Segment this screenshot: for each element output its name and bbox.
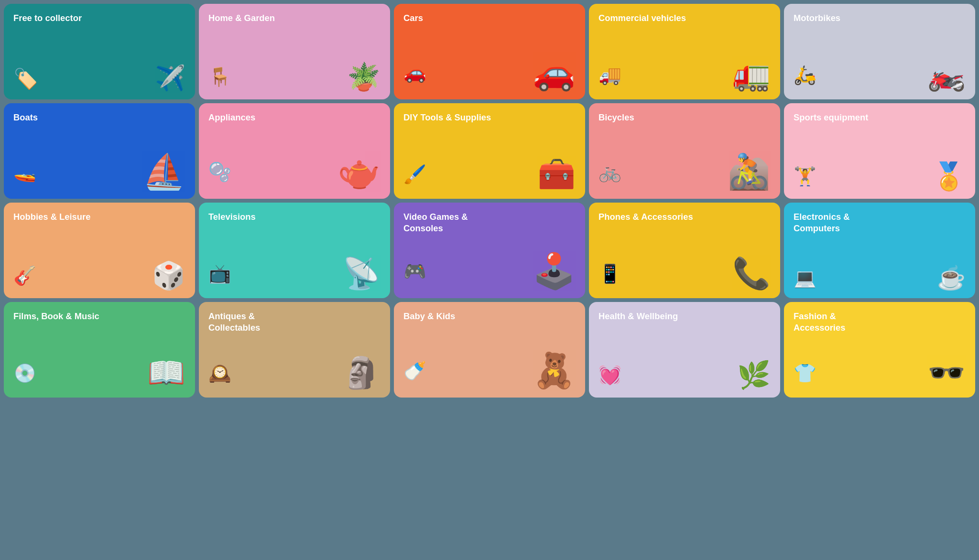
card-televisions[interactable]: Televisions 📺 📡: [199, 203, 390, 298]
clock-icon: 🕰️: [208, 362, 231, 384]
card-title: Hobbies & Leisure: [13, 211, 108, 223]
card-home-garden[interactable]: Home & Garden 🪑 🪴: [199, 4, 390, 99]
card-free-to-collector[interactable]: Free to collector 🏷️ ✈️: [4, 4, 195, 99]
card-electronics-computers[interactable]: Electronics & Computers 💻 ☕: [784, 203, 975, 298]
card-title: Bicycles: [598, 112, 693, 123]
chair-icon: 🪑: [208, 66, 231, 88]
tv-icon: 📺: [208, 263, 231, 285]
book-visual: 📖: [147, 355, 185, 391]
car-icon: 🚗: [403, 62, 426, 84]
card-diy-tools[interactable]: DIY Tools & Supplies 🖌️ 🧰: [394, 103, 585, 199]
car-visual: 🚗: [533, 52, 576, 93]
category-grid: Free to collector 🏷️ ✈️ Home & Garden 🪑 …: [4, 4, 975, 398]
phone-visual: 📞: [732, 256, 771, 291]
card-motorbikes[interactable]: Motorbikes 🛵 🏍️: [784, 4, 975, 99]
laptop-icon: 💻: [794, 267, 816, 289]
card-sports-equipment[interactable]: Sports equipment 🏋️ 🏅: [784, 103, 975, 199]
card-cars[interactable]: Cars 🚗 🚗: [394, 4, 585, 99]
truck-icon: 🚚: [598, 64, 621, 86]
moped-visual: 🏍️: [927, 57, 966, 93]
sailboat-visual: ⛵: [142, 151, 185, 192]
bicycle-icon: 🚲: [598, 161, 621, 183]
truck-visual: 🚛: [732, 57, 771, 93]
heart-icon: 💓: [598, 364, 621, 386]
card-title: Video Games & Consoles: [403, 211, 498, 234]
card-bicycles[interactable]: Bicycles 🚲 🚵: [589, 103, 780, 199]
health-visual: 🌿: [737, 359, 771, 391]
card-appliances[interactable]: Appliances 🫧 🫖: [199, 103, 390, 199]
card-title: Baby & Kids: [403, 311, 498, 322]
card-title: Commercial vehicles: [598, 12, 693, 24]
bicycle-visual: 🚵: [728, 151, 771, 192]
tv-visual: 📡: [342, 256, 381, 291]
card-hobbies-leisure[interactable]: Hobbies & Leisure 🎸 🎲: [4, 203, 195, 298]
kettle-visual: 🫖: [337, 151, 381, 192]
card-health-wellbeing[interactable]: Health & Wellbeing 💓 🌿: [589, 302, 780, 398]
sports-visual: 🏅: [932, 161, 966, 192]
card-title: Electronics & Computers: [794, 211, 888, 234]
card-fashion-accessories[interactable]: Fashion & Accessories 👕 🕶️: [784, 302, 975, 398]
card-title: Films, Book & Music: [13, 311, 108, 322]
card-title: Phones & Accessories: [598, 211, 693, 223]
card-title: Antiques & Collectables: [208, 311, 303, 334]
card-films-book-music[interactable]: Films, Book & Music 💿 📖: [4, 302, 195, 398]
guitar-icon: 🎸: [13, 265, 36, 287]
disc-icon: 💿: [13, 362, 36, 384]
card-title: DIY Tools & Supplies: [403, 112, 498, 123]
paint-brush-icon: 🖌️: [403, 163, 426, 185]
card-video-games[interactable]: Video Games & Consoles 🎮 🕹️: [394, 203, 585, 298]
card-title: Free to collector: [13, 12, 108, 24]
tag-icon: 🏷️: [13, 67, 38, 90]
bear-visual: 🧸: [533, 350, 576, 391]
card-baby-kids[interactable]: Baby & Kids 🍼 🧸: [394, 302, 585, 398]
stroller-icon: 🍼: [403, 360, 426, 382]
card-boats[interactable]: Boats 🚤 ⛵: [4, 103, 195, 199]
card-commercial-vehicles[interactable]: Commercial vehicles 🚚 🚛: [589, 4, 780, 99]
tshirt-icon: 👕: [794, 362, 816, 384]
boat-icon: 🚤: [13, 161, 36, 183]
toolbox-visual: 🧰: [537, 156, 576, 192]
card-title: Appliances: [208, 112, 303, 123]
card-phones-accessories[interactable]: Phones & Accessories 📱 📞: [589, 203, 780, 298]
moped-icon: 🛵: [794, 64, 816, 86]
dice-visual: 🎲: [152, 260, 185, 291]
card-antiques-collectables[interactable]: Antiques & Collectables 🕰️ 🗿: [199, 302, 390, 398]
card-title: Boats: [13, 112, 108, 123]
coffee-visual: ☕: [937, 265, 966, 291]
washer-icon: 🫧: [208, 161, 231, 183]
card-title: Motorbikes: [794, 12, 888, 24]
card-title: Health & Wellbeing: [598, 311, 693, 322]
gamepad-icon: 🎮: [403, 260, 426, 282]
sunglasses-visual: 🕶️: [927, 355, 966, 391]
card-title: Sports equipment: [794, 112, 888, 123]
card-title: Cars: [403, 12, 498, 24]
statue-visual: 🗿: [342, 355, 381, 391]
controller-visual: 🕹️: [533, 251, 576, 291]
dumbbell-icon: 🏋️: [794, 165, 816, 187]
card-title: Fashion & Accessories: [794, 311, 888, 334]
plane-icon: ✈️: [155, 64, 185, 93]
card-title: Televisions: [208, 211, 303, 223]
phone-icon: 📱: [598, 263, 621, 285]
card-title: Home & Garden: [208, 12, 303, 24]
lamp-icon: 🪴: [347, 61, 381, 93]
